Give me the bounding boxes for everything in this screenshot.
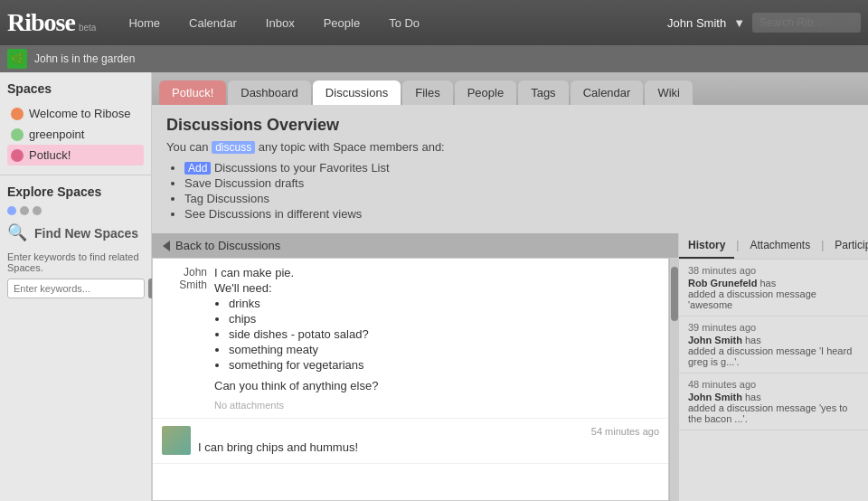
msg-line-pie: I can make pie. — [214, 266, 659, 279]
msg-attachments: No attachments — [214, 400, 659, 411]
user-name[interactable]: John Smith — [667, 16, 726, 30]
history-actor-3: John Smith — [688, 392, 742, 402]
space-dot-welcome — [11, 108, 24, 120]
thread-scrollbar[interactable] — [669, 258, 678, 501]
tab-potluck[interactable]: Potluck! — [159, 80, 226, 105]
msg-sender-john: JohnSmith — [162, 266, 207, 411]
add-highlight: Add — [184, 162, 211, 175]
explore-section: Explore Spaces 🔍 Find New Spaces Enter k… — [0, 175, 151, 307]
scrollbar-thumb[interactable] — [671, 267, 678, 321]
nav-people[interactable]: People — [309, 11, 374, 35]
tab-wiki[interactable]: Wiki — [645, 80, 693, 105]
logo-area: Ribose beta — [7, 8, 96, 37]
history-actor-1: Rob Grunefeld — [688, 278, 757, 288]
explore-title: Explore Spaces — [7, 184, 144, 199]
allie-avatar-img — [162, 426, 191, 455]
tab-people[interactable]: People — [455, 80, 516, 105]
nav-todo[interactable]: To Do — [374, 11, 434, 35]
thread-messages[interactable]: JohnSmith I can make pie. We'll need: dr… — [152, 258, 669, 501]
space-dot-greenpoint — [11, 128, 24, 141]
history-entry-1: 38 minutes ago Rob Grunefeld has added a… — [679, 260, 868, 317]
overview-list: Add Discussions to your Favorites List S… — [166, 161, 854, 221]
sidebar-item-potluck[interactable]: Potluck! — [7, 145, 144, 165]
top-nav-bar: Ribose beta Home Calendar Inbox People T… — [0, 0, 868, 45]
keyword-input-row: › — [7, 279, 144, 298]
nav-links: Home Calendar Inbox People To Do — [114, 11, 667, 35]
search-input[interactable] — [752, 13, 861, 33]
space-label-welcome: Welcome to Ribose — [29, 107, 130, 120]
overview-title: Discussions Overview — [166, 116, 854, 135]
overview-item-2: Save Discussion drafts — [184, 176, 854, 190]
overview-item-1: Add Discussions to your Favorites List — [184, 161, 854, 175]
history-tab-participants[interactable]: Participants — [826, 233, 868, 259]
msg-item-sides: side dishes - potato salad? — [229, 327, 659, 341]
msg-line-weed: We'll need: — [214, 281, 659, 295]
tab-calendar[interactable]: Calendar — [571, 80, 644, 105]
tab-files[interactable]: Files — [402, 80, 452, 105]
nav-inbox[interactable]: Inbox — [251, 11, 309, 35]
tab-dashboard[interactable]: Dashboard — [228, 80, 311, 105]
notif-text: John is in the garden — [34, 52, 135, 65]
history-tabs: History | Attachments | Participants — [679, 233, 868, 260]
msg-content-allie: 54 minutes ago I can bring chips and hum… — [198, 426, 659, 456]
back-arrow-icon — [163, 241, 170, 251]
history-tab-sep2: | — [819, 233, 826, 259]
tab-discussions[interactable]: Discussions — [313, 80, 401, 105]
history-time-2: 39 minutes ago — [688, 322, 859, 333]
space-label-potluck: Potluck! — [29, 148, 71, 162]
history-detail-2: added a discussion message 'I heard greg… — [688, 345, 852, 367]
content-area: Potluck! Dashboard Discussions Files Peo… — [152, 72, 868, 501]
find-spaces-button[interactable]: 🔍 Find New Spaces — [7, 222, 144, 244]
history-detail-3: added a discussion message 'yes to the b… — [688, 402, 847, 424]
back-to-discussions-button[interactable]: Back to Discussions — [152, 233, 678, 258]
history-tab-attachments[interactable]: Attachments — [741, 233, 819, 259]
msg-item-veg: something for vegetarians — [229, 358, 659, 372]
overview-panel: Discussions Overview You can discuss any… — [152, 105, 868, 233]
history-action-2: has — [745, 335, 761, 345]
find-spaces-label: Find New Spaces — [34, 226, 138, 241]
spaces-section: Spaces Welcome to Ribose greenpoint Potl… — [0, 72, 151, 175]
notif-avatar: 🌿 — [7, 49, 27, 69]
nav-calendar[interactable]: Calendar — [175, 11, 251, 35]
explore-desc: Enter keywords to find related Spaces. — [7, 251, 144, 273]
tab-tags[interactable]: Tags — [518, 80, 568, 105]
beta-label: beta — [79, 23, 96, 33]
discussion-area: Back to Discussions JohnSmith I can make… — [152, 233, 868, 501]
history-time-3: 48 minutes ago — [688, 379, 859, 390]
sidebar: Spaces Welcome to Ribose greenpoint Potl… — [0, 72, 152, 501]
explore-dot-3 — [33, 206, 42, 215]
search-icon: 🔍 — [7, 222, 29, 244]
msg-text-allie: I can bring chips and hummus! — [198, 440, 659, 454]
logo-text: Ribose — [7, 8, 75, 37]
overview-desc: You can discuss any topic with Space mem… — [166, 140, 854, 154]
overview-desc-suffix: any topic with Space members and: — [259, 140, 445, 154]
msg-question: Can you think of anything else? — [214, 379, 659, 392]
history-action-1: has — [760, 278, 776, 288]
user-dropdown-arrow[interactable]: ▼ — [733, 16, 745, 30]
history-tab-history[interactable]: History — [679, 233, 734, 259]
msg-list: drinks chips side dishes - potato salad?… — [214, 297, 659, 372]
space-label-greenpoint: greenpoint — [29, 128, 84, 141]
msg-item-chips: chips — [229, 312, 659, 326]
discuss-highlight: discuss — [212, 141, 255, 154]
sender-name-john: JohnSmith — [179, 266, 207, 291]
msg-timestamp-allie: 54 minutes ago — [198, 426, 659, 437]
space-dot-potluck — [11, 149, 24, 162]
user-area: John Smith ▼ — [667, 13, 861, 33]
overview-desc-prefix: You can — [166, 140, 209, 154]
history-entry-2: 39 minutes ago John Smith has added a di… — [679, 317, 868, 373]
history-action-3: has — [745, 392, 761, 402]
allie-avatar — [162, 426, 191, 455]
message-allie: 54 minutes ago I can bring chips and hum… — [153, 419, 668, 464]
sidebar-item-welcome[interactable]: Welcome to Ribose — [7, 103, 144, 124]
overview-item-4: See Discussions in different views — [184, 207, 854, 221]
history-actor-2: John Smith — [688, 335, 742, 345]
sidebar-item-greenpoint[interactable]: greenpoint — [7, 124, 144, 145]
msg-content-john: I can make pie. We'll need: drinks chips… — [214, 266, 659, 411]
back-label: Back to Discussions — [175, 239, 280, 252]
nav-home[interactable]: Home — [114, 11, 175, 35]
history-time-1: 38 minutes ago — [688, 265, 859, 276]
history-detail-1: added a discussion message 'awesome — [688, 288, 816, 310]
keyword-input[interactable] — [7, 279, 145, 298]
msg-item-meat: something meaty — [229, 343, 659, 356]
